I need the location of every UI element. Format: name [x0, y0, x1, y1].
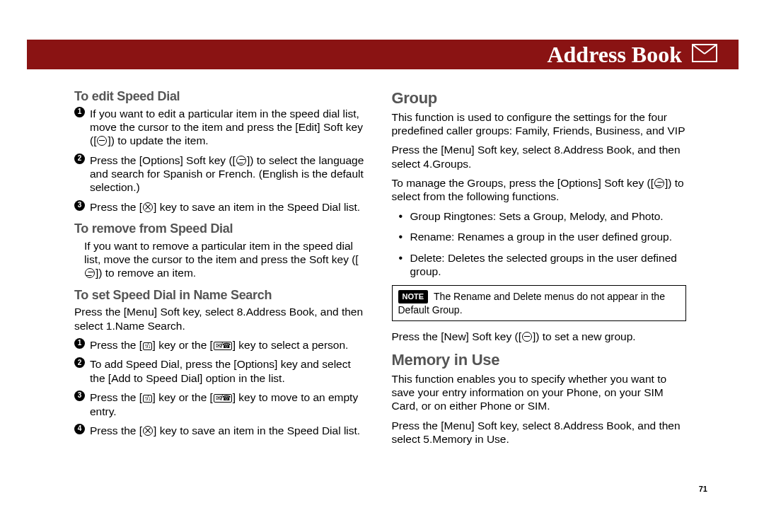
- ok-key-icon: [143, 426, 153, 436]
- note-text: The Rename and Delete menus do not appea…: [398, 291, 665, 315]
- heading-memory-in-use: Memory in Use: [392, 350, 687, 370]
- content-columns: To edit Speed Dial 1 If you want to edit…: [74, 81, 686, 451]
- edit-speed-dial-steps: 1 If you want to edit a particular item …: [74, 107, 369, 214]
- envelope-icon: [692, 42, 717, 68]
- softkey-right-icon: [654, 178, 664, 188]
- list-item: Rename: Renames a group in the user defi…: [396, 230, 687, 243]
- list-item: 4 Press the [] key to save an item in th…: [74, 424, 369, 437]
- step-number: 3: [74, 391, 85, 401]
- step-text: To add Speed Dial, press the [Options] k…: [90, 358, 351, 383]
- step-text: Press the [] key to save an item in the …: [90, 201, 360, 213]
- mail-phone-key-icon: ✉/☎: [214, 342, 232, 350]
- group-body-4: Press the [New] Soft key ([]) to set a n…: [392, 330, 687, 343]
- nav-updown-icon: ↑/↓: [143, 395, 152, 403]
- remove-speed-dial-body: If you want to remove a particular item …: [84, 239, 369, 280]
- ok-key-icon: [143, 202, 153, 212]
- heading-remove-speed-dial: To remove from Speed Dial: [74, 221, 369, 237]
- name-search-intro: Press the [Menu] Soft key, select 8.Addr…: [74, 305, 369, 332]
- svg-line-1: [693, 45, 705, 54]
- group-body-3: To manage the Groups, press the [Options…: [392, 176, 687, 204]
- manual-page: Address Book To edit Speed Dial 1 If you…: [0, 0, 764, 532]
- chapter-title-row: Address Book: [547, 42, 717, 68]
- chapter-header-band: Address Book: [27, 40, 739, 69]
- list-item: 3 Press the [↑/↓] key or the [✉/☎] key t…: [74, 391, 369, 418]
- heading-group: Group: [392, 88, 687, 108]
- group-options-list: Group Ringtones: Sets a Group, Melody, a…: [392, 209, 687, 279]
- heading-edit-speed-dial: To edit Speed Dial: [74, 88, 369, 105]
- name-search-steps: 1 Press the [↑/↓] key or the [✉/☎] key t…: [74, 338, 369, 437]
- page-number: 71: [699, 485, 707, 493]
- list-item: Group Ringtones: Sets a Group, Melody, a…: [396, 209, 687, 223]
- softkey-left-icon: [522, 332, 532, 342]
- step-number: 3: [74, 200, 85, 211]
- list-item: 2 To add Speed Dial, press the [Options]…: [74, 357, 369, 385]
- list-item: 3 Press the [] key to save an item in th…: [74, 200, 369, 214]
- list-item: 1 Press the [↑/↓] key or the [✉/☎] key t…: [74, 338, 369, 352]
- group-body-1: This function is used to configure the s…: [392, 110, 687, 138]
- step-text: Press the [] key to save an item in the …: [90, 424, 360, 436]
- mail-phone-key-icon: ✉/☎: [214, 394, 232, 403]
- heading-set-speed-dial-name-search: To set Speed Dial in Name Search: [74, 287, 369, 303]
- right-column: Group This function is used to configure…: [392, 81, 687, 451]
- step-text: If you want to edit a particular item in…: [90, 108, 363, 147]
- step-text: Press the [↑/↓] key or the [✉/☎] key to …: [90, 339, 348, 351]
- svg-line-2: [705, 45, 717, 54]
- step-text: Press the [Options] Soft key ([]) to sel…: [90, 154, 364, 194]
- chapter-title: Address Book: [547, 42, 682, 68]
- list-item: 1 If you want to edit a particular item …: [74, 107, 369, 148]
- softkey-left-icon: [97, 136, 107, 146]
- softkey-right-icon: [236, 156, 246, 166]
- list-item: Delete: Deletes the selected groups in t…: [396, 251, 687, 279]
- step-number: 2: [74, 154, 85, 164]
- memory-body-2: Press the [Menu] Soft key, select 8.Addr…: [392, 419, 687, 446]
- step-text: Press the [↑/↓] key or the [✉/☎] key to …: [90, 391, 358, 417]
- note-label: NOTE: [398, 290, 429, 303]
- group-body-2: Press the [Menu] Soft key, select 8.Addr…: [392, 143, 687, 170]
- list-item: 2 Press the [Options] Soft key ([]) to s…: [74, 154, 369, 195]
- left-column: To edit Speed Dial 1 If you want to edit…: [74, 81, 369, 451]
- note-box: NOTEThe Rename and Delete menus do not a…: [392, 285, 687, 320]
- step-number: 4: [74, 424, 85, 434]
- softkey-right-icon: [85, 268, 95, 278]
- nav-updown-icon: ↑/↓: [143, 342, 152, 350]
- step-number: 2: [74, 357, 85, 368]
- step-number: 1: [74, 107, 85, 117]
- memory-body-1: This function enables you to specify whe…: [392, 372, 687, 413]
- step-number: 1: [74, 338, 85, 349]
